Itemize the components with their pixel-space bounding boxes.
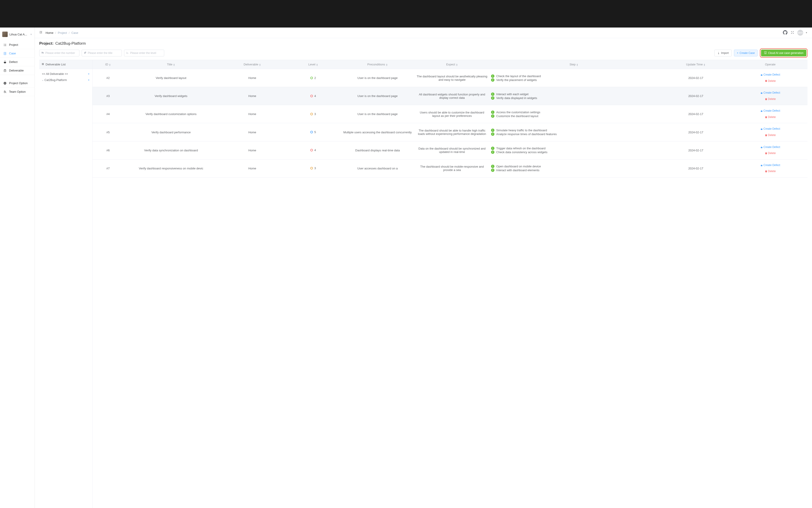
cell-operate: Create Defect Delete [733, 69, 808, 87]
level-filter[interactable] [124, 50, 164, 56]
nav-case[interactable]: Case [0, 49, 35, 58]
delete-link[interactable]: Delete [765, 79, 776, 84]
level-ring-icon [310, 113, 313, 115]
delete-link[interactable]: Delete [765, 169, 776, 174]
create-defect-link[interactable]: Create Defect [760, 126, 780, 131]
table-row[interactable]: #4Verify dashboard customization options… [92, 105, 808, 123]
step-text: Verify the placement of widgets [496, 78, 537, 82]
cell-update-time: 2024-02-17 [658, 141, 733, 159]
col-level[interactable]: Level▲▼ [286, 60, 340, 69]
hamburger-icon[interactable] [39, 31, 42, 35]
step-text: Access the customization settings [496, 111, 540, 114]
defect-icon [3, 60, 7, 64]
col-deliverable[interactable]: Deliverable▲▼ [218, 60, 286, 69]
nav-label: Project [9, 43, 18, 46]
cell-expect: All dashboard widgets should function pr… [415, 87, 489, 105]
cell-title: Verify dashboard performance [124, 123, 218, 141]
cloud-ai-button[interactable]: Cloud AI use case generation [761, 50, 806, 56]
cell-operate: Create Defect Delete [733, 141, 808, 159]
nav-project-option[interactable]: Project Option [0, 79, 35, 88]
cell-steps: 1Access the customization settings2Custo… [489, 105, 658, 123]
step-text: Verify data displayed in widgets [496, 96, 537, 100]
step-number: 2 [491, 96, 495, 100]
step-text: Analyze response times of dashboard feat… [496, 132, 557, 136]
delete-link[interactable]: Delete [765, 115, 776, 120]
bars-icon [126, 51, 129, 55]
create-defect-link[interactable]: Create Defect [760, 108, 780, 114]
table-row[interactable]: #2Verify dashboard layoutHome2User is on… [92, 69, 808, 87]
create-defect-link[interactable]: Create Defect [760, 90, 780, 95]
fullscreen-icon[interactable] [790, 31, 794, 35]
title-filter[interactable] [82, 50, 122, 56]
cell-title: Verify dashboard customization options [124, 105, 218, 123]
delete-link[interactable]: Delete [765, 96, 776, 102]
col-preconditions[interactable]: Preconditions▲▼ [340, 60, 415, 69]
sidebar: Lihua Cat A... ▼ ProjectCaseDefectDelive… [0, 28, 35, 508]
step-text: Check the layout of the dashboard [496, 75, 541, 78]
col-step[interactable]: Step▲▼ [489, 60, 658, 69]
project-switcher[interactable]: Lihua Cat A... ▼ [0, 30, 35, 41]
table-row[interactable]: #3Verify dashboard widgetsHome4User is o… [92, 87, 808, 105]
main-header: Home / Project / Case dem ▼ [35, 28, 812, 38]
nav-project[interactable]: Project [0, 41, 35, 49]
level-input[interactable] [130, 51, 162, 54]
cell-expect: The dashboard should be able to handle h… [415, 123, 489, 141]
step-number: 2 [491, 114, 495, 118]
col-operate: Operate [733, 60, 808, 69]
create-defect-link[interactable]: Create Defect [760, 144, 780, 150]
number-filter[interactable] [39, 50, 79, 56]
user-avatar[interactable]: dem [797, 30, 803, 36]
nav-team-option[interactable]: Team Option [0, 88, 35, 96]
step-text: Customize the dashboard layout [496, 114, 538, 118]
tree-all-deliverable[interactable]: << All Deliverable >> + [40, 71, 91, 77]
title-input[interactable] [88, 51, 120, 54]
col-expect[interactable]: Expect▲▼ [415, 60, 489, 69]
chevron-down-icon[interactable]: ▼ [806, 32, 808, 34]
cell-operate: Create Defect Delete [733, 87, 808, 105]
tag-icon [84, 51, 86, 55]
cell-id: #3 [92, 87, 124, 105]
breadcrumb-case[interactable]: Case [71, 31, 78, 35]
number-input[interactable] [45, 51, 77, 54]
cell-steps: 1Trigger data refresh on the dashboard2C… [489, 141, 658, 159]
cell-operate: Create Defect Delete [733, 105, 808, 123]
download-icon: ⭳ [717, 51, 720, 54]
level-ring-icon [310, 167, 313, 169]
table-row[interactable]: #7Verify dashboard responsiveness on mob… [92, 159, 808, 177]
cell-update-time: 2024-02-17 [658, 69, 733, 87]
step-text: Open dashboard on mobile device [496, 165, 541, 168]
cell-preconditions: Multiple users accessing the dashboard c… [340, 123, 415, 141]
import-button[interactable]: ⭳ Import [714, 50, 732, 56]
cell-level: 3 [286, 159, 340, 177]
plus-icon[interactable]: + [88, 72, 90, 76]
table-row[interactable]: #6Verify data synchronization on dashboa… [92, 141, 808, 159]
plus-icon[interactable]: + [88, 78, 90, 82]
delete-link[interactable]: Delete [765, 133, 776, 138]
top-black-bar [0, 0, 812, 28]
create-defect-link[interactable]: Create Defect [760, 163, 780, 168]
nav-defect[interactable]: Defect [0, 58, 35, 66]
step-number: 2 [491, 151, 495, 154]
project-avatar [2, 32, 8, 37]
cell-expect: The dashboard layout should be aesthetic… [415, 69, 489, 87]
breadcrumb-home[interactable]: Home [46, 31, 53, 35]
delete-link[interactable]: Delete [765, 151, 776, 156]
create-case-button[interactable]: + Create Case [734, 50, 758, 56]
step-text: Interact with each widget [496, 92, 528, 96]
breadcrumb-project[interactable]: Project [58, 31, 67, 35]
tree-root-node[interactable]: ▸Cat2Bug-Platform + [40, 77, 91, 83]
col-title[interactable]: Title▲▼ [124, 60, 218, 69]
cell-deliverable: Home [218, 69, 286, 87]
case-table-wrap: ID▲▼ Title▲▼ Deliverable▲▼ Level▲▼ Preco… [92, 60, 808, 508]
nav-label: Team Option [9, 90, 26, 93]
nav-deliverable[interactable]: Deliverable [0, 66, 35, 75]
table-row[interactable]: #5Verify dashboard performanceHome5Multi… [92, 123, 808, 141]
cell-level: 4 [286, 141, 340, 159]
step-text: Check data consistency across widgets [496, 151, 547, 154]
step-number: 2 [491, 169, 495, 172]
create-defect-link[interactable]: Create Defect [760, 72, 780, 77]
col-id[interactable]: ID▲▼ [92, 60, 124, 69]
col-update-time[interactable]: Update Time▲▼ [658, 60, 733, 69]
level-ring-icon [310, 95, 313, 97]
github-icon[interactable] [783, 30, 787, 35]
